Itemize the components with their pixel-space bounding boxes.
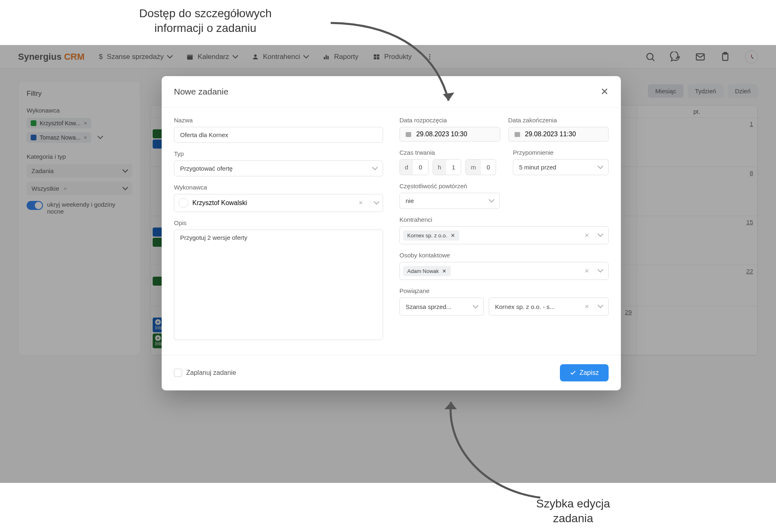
chevron-down-icon xyxy=(596,232,605,239)
end-date-label: Data zakończenia xyxy=(508,117,609,124)
tag-remove-icon[interactable]: ✕ xyxy=(451,232,455,239)
osoby-select[interactable]: Adam Nowak✕ × xyxy=(399,262,609,280)
clear-icon[interactable]: × xyxy=(356,199,366,207)
svg-rect-20 xyxy=(406,132,411,137)
clear-icon[interactable]: × xyxy=(581,302,592,311)
arrow-top xyxy=(327,20,462,114)
clear-icon[interactable]: × xyxy=(581,267,592,275)
duration-hours[interactable]: h1 xyxy=(433,159,462,175)
new-task-modal: Nowe zadanie ✕ Nazwa TypPrzygotować ofer… xyxy=(162,76,621,390)
wykonawca-select[interactable]: Krzysztof Kowalski × xyxy=(174,194,383,212)
annotation-top: Dostęp do szczegółowychinformacji o zada… xyxy=(139,6,272,36)
start-date-label: Data rozpoczęcia xyxy=(399,117,500,124)
tag-remove-icon[interactable]: ✕ xyxy=(442,268,447,274)
chevron-down-icon xyxy=(596,267,605,275)
nazwa-input[interactable] xyxy=(174,127,383,143)
check-icon xyxy=(570,370,576,376)
opis-textarea[interactable]: Przygotuj 2 wersje oferty xyxy=(174,230,383,340)
chevron-down-icon xyxy=(373,165,377,172)
chevron-down-icon xyxy=(598,164,602,171)
annotation-bottom: Szybka edycjazadania xyxy=(536,496,610,526)
chevron-down-icon xyxy=(370,199,379,207)
osoby-label: Osoby kontaktowe xyxy=(399,252,609,259)
powiazane-label: Powiązane xyxy=(399,287,609,294)
wykonawca-label: Wykonawca xyxy=(174,184,383,191)
chevron-down-icon xyxy=(596,303,605,310)
save-button[interactable]: Zapisz xyxy=(560,364,609,381)
calendar-icon xyxy=(514,131,521,138)
arrow-bottom xyxy=(442,393,548,503)
opis-label: Opis xyxy=(174,219,383,226)
modal-title: Nowe zadanie xyxy=(174,87,228,97)
reminder-label: Przypomnienie xyxy=(513,149,609,156)
duration-minutes[interactable]: m0 xyxy=(465,159,496,175)
powiazane-type-select[interactable]: Szansa sprzed... xyxy=(399,298,484,316)
powiazane-value-select[interactable]: Kornex sp. z o.o. - s... × xyxy=(489,298,609,316)
duration-label: Czas trwania xyxy=(399,149,505,156)
chevron-down-icon xyxy=(474,303,478,310)
nazwa-label: Nazwa xyxy=(174,117,383,124)
close-icon[interactable]: ✕ xyxy=(600,86,609,97)
svg-rect-21 xyxy=(514,132,520,137)
clear-icon[interactable]: × xyxy=(581,231,592,240)
reminder-select[interactable]: 5 minut przed xyxy=(513,159,609,175)
typ-select[interactable]: Przygotować ofertę xyxy=(174,160,383,176)
duration-days[interactable]: d0 xyxy=(399,159,429,175)
repeat-select[interactable]: nie xyxy=(399,193,500,209)
end-date-input[interactable]: 29.08.2023 11:30 xyxy=(508,127,609,142)
calendar-icon xyxy=(405,131,412,138)
person-avatar-icon xyxy=(178,198,188,208)
plan-task-checkbox[interactable]: Zaplanuj zadanie xyxy=(174,369,236,377)
start-date-input[interactable]: 29.08.2023 10:30 xyxy=(399,127,500,142)
repeat-label: Częstotliwość powtórzeń xyxy=(399,183,609,189)
chevron-down-icon xyxy=(490,197,494,204)
kontrahenci-label: Kontrahenci xyxy=(399,216,609,223)
typ-label: Typ xyxy=(174,150,383,157)
kontrahenci-select[interactable]: Kornex sp. z o.o.✕ × xyxy=(399,226,609,244)
